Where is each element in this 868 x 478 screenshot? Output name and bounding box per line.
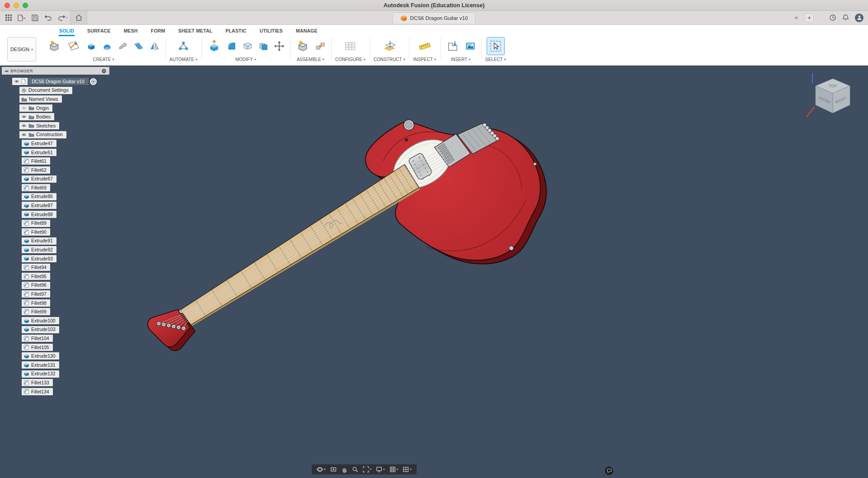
browser-feature-fillet90[interactable]: Fillet90 xyxy=(22,228,137,236)
view-cube[interactable]: TOP FRONT RIGHT xyxy=(803,69,863,128)
ribbon-group-label-inspect[interactable]: INSPECT▾ xyxy=(413,57,436,62)
visibility-eye-icon[interactable] xyxy=(21,133,27,137)
save-icon[interactable] xyxy=(32,14,38,21)
sweep-button[interactable] xyxy=(116,39,130,53)
expand-arrow[interactable]: ▸ xyxy=(14,115,19,119)
grid-snaps-button[interactable]: ▾ xyxy=(389,466,399,473)
browser-feature-extrude87[interactable]: Extrude87 xyxy=(22,202,137,209)
fillet-button[interactable] xyxy=(225,39,239,53)
browser-folder-construction[interactable]: ▸Construction xyxy=(14,131,137,138)
ribbon-group-label-construct[interactable]: CONSTRUCT▾ xyxy=(374,57,405,62)
configure-button[interactable] xyxy=(342,38,359,55)
viewport[interactable]: ◀◀ BROWSER ▸ DCS6 Dragon Guitar v10 ▸Doc… xyxy=(0,66,868,478)
fit-view-button[interactable]: ▾ xyxy=(362,466,373,473)
app-grid-icon[interactable] xyxy=(5,14,12,21)
ribbon-group-label-configure[interactable]: CONFIGURE▾ xyxy=(335,57,366,62)
select-button[interactable] xyxy=(487,38,504,55)
ribbon-tab-plastic[interactable]: PLASTIC xyxy=(225,27,247,36)
expand-arrow[interactable]: ▸ xyxy=(14,106,19,110)
browser-root-item[interactable]: ▸ DCS6 Dragon Guitar v10 xyxy=(6,78,137,85)
insert-derive-button[interactable] xyxy=(444,38,461,55)
browser-display-toggle-icon[interactable] xyxy=(101,68,107,74)
pan-button[interactable] xyxy=(340,466,348,473)
orbit-button[interactable]: ▾ xyxy=(316,466,327,473)
move-copy-button[interactable] xyxy=(272,39,286,53)
file-menu-icon[interactable] xyxy=(18,14,26,21)
create-sketch-button[interactable] xyxy=(65,38,82,55)
visibility-eye-icon[interactable] xyxy=(14,79,19,84)
browser-feature-extrude131[interactable]: Extrude131 xyxy=(22,361,137,369)
mirror-button[interactable] xyxy=(148,39,161,53)
ribbon-group-label-select[interactable]: SELECT▾ xyxy=(485,57,506,62)
minimize-window-button[interactable] xyxy=(14,3,19,8)
document-tab[interactable]: DCS6 Dragon Guitar v10 xyxy=(393,12,476,24)
ribbon-group-label-automate[interactable]: AUTOMATE▾ xyxy=(169,57,197,62)
new-tab-button[interactable]: + xyxy=(805,13,814,22)
expand-arrow[interactable]: ▸ xyxy=(14,123,19,128)
expand-arrow[interactable]: ▸ xyxy=(14,88,19,92)
ribbon-tab-solid[interactable]: SOLID xyxy=(59,27,75,36)
browser-feature-extrude93[interactable]: Extrude93 xyxy=(22,255,137,262)
press-pull-button[interactable] xyxy=(206,38,223,55)
browser-folder-sketches[interactable]: ▸Sketches xyxy=(14,122,137,129)
browser-feature-fillet62[interactable]: Fillet62 xyxy=(22,166,137,174)
browser-feature-fillet69[interactable]: Fillet69 xyxy=(22,184,137,191)
browser-feature-fillet95[interactable]: Fillet95 xyxy=(22,273,137,280)
browser-feature-extrude47[interactable]: Extrude47 xyxy=(22,140,137,147)
joint-button[interactable] xyxy=(314,39,327,53)
browser-feature-extrude103[interactable]: Extrude103 xyxy=(22,326,137,333)
browser-feature-fillet89[interactable]: Fillet89 xyxy=(22,220,137,227)
look-at-button[interactable] xyxy=(329,466,338,473)
visibility-eye-icon[interactable] xyxy=(21,123,27,128)
expand-arrow[interactable]: ▸ xyxy=(6,78,13,85)
notifications-bell-icon[interactable] xyxy=(842,14,849,21)
activate-component-radio[interactable] xyxy=(90,78,97,85)
guitar-model[interactable] xyxy=(127,72,573,440)
extrude-button[interactable] xyxy=(84,39,98,53)
browser-feature-fillet61[interactable]: Fillet61 xyxy=(22,157,137,165)
ribbon-tab-form[interactable]: FORM xyxy=(150,27,166,36)
ribbon-tab-surface[interactable]: SURFACE xyxy=(87,27,111,36)
shell-button[interactable] xyxy=(241,39,254,53)
ribbon-tab-utilities[interactable]: UTILITIES xyxy=(259,27,283,36)
ribbon-tab-sheet-metal[interactable]: SHEET METAL xyxy=(178,27,213,36)
assemble-new-component-button[interactable] xyxy=(294,38,311,55)
browser-feature-extrude86[interactable]: Extrude86 xyxy=(22,193,137,200)
ribbon-group-label-modify[interactable]: MODIFY▾ xyxy=(235,57,256,62)
browser-feature-extrude130[interactable]: Extrude130 xyxy=(22,352,137,360)
workspace-selector[interactable]: DESIGN▾ xyxy=(7,37,36,62)
insert-canvas-button[interactable] xyxy=(464,39,477,53)
browser-feature-fillet105[interactable]: Fillet105 xyxy=(22,344,137,351)
browser-header[interactable]: ◀◀ BROWSER xyxy=(2,67,109,75)
combine-button[interactable] xyxy=(257,39,270,53)
zoom-button[interactable] xyxy=(351,466,359,473)
browser-feature-extrude91[interactable]: Extrude91 xyxy=(22,237,137,245)
browser-folder-document-settings[interactable]: ▸Document Settings xyxy=(14,87,137,94)
ribbon-tab-manage[interactable]: MANAGE xyxy=(296,27,318,36)
browser-feature-extrude88[interactable]: Extrude88 xyxy=(22,211,137,218)
browser-feature-fillet133[interactable]: Fillet133 xyxy=(22,379,137,386)
browser-feature-extrude67[interactable]: Extrude67 xyxy=(22,175,137,183)
browser-feature-fillet97[interactable]: Fillet97 xyxy=(22,290,137,298)
close-tab-icon[interactable]: × xyxy=(793,14,799,21)
browser-folder-origin[interactable]: ▸Origin xyxy=(14,104,137,112)
browser-feature-fillet94[interactable]: Fillet94 xyxy=(22,264,137,271)
job-status-clock-icon[interactable] xyxy=(829,14,836,21)
browser-feature-fillet104[interactable]: Fillet104 xyxy=(22,335,137,342)
browser-feature-fillet134[interactable]: Fillet134 xyxy=(22,388,137,395)
display-settings-button[interactable]: ▾ xyxy=(375,466,386,473)
revolve-button[interactable] xyxy=(100,39,114,53)
redo-icon[interactable] xyxy=(58,14,67,21)
browser-feature-extrude132[interactable]: Extrude132 xyxy=(22,370,137,378)
close-window-button[interactable] xyxy=(5,3,10,8)
ribbon-group-label-create[interactable]: CREATE▾ xyxy=(93,57,114,62)
measure-button[interactable] xyxy=(416,38,433,55)
browser-feature-extrude92[interactable]: Extrude92 xyxy=(22,246,137,253)
undo-icon[interactable] xyxy=(44,14,52,21)
home-tab[interactable] xyxy=(70,11,87,24)
browser-feature-fillet96[interactable]: Fillet96 xyxy=(22,282,137,289)
zoom-window-button[interactable] xyxy=(23,3,28,8)
ribbon-group-label-assemble[interactable]: ASSEMBLE▾ xyxy=(297,57,324,62)
expand-arrow[interactable]: ▸ xyxy=(14,133,19,137)
ribbon-tab-mesh[interactable]: MESH xyxy=(123,27,138,36)
